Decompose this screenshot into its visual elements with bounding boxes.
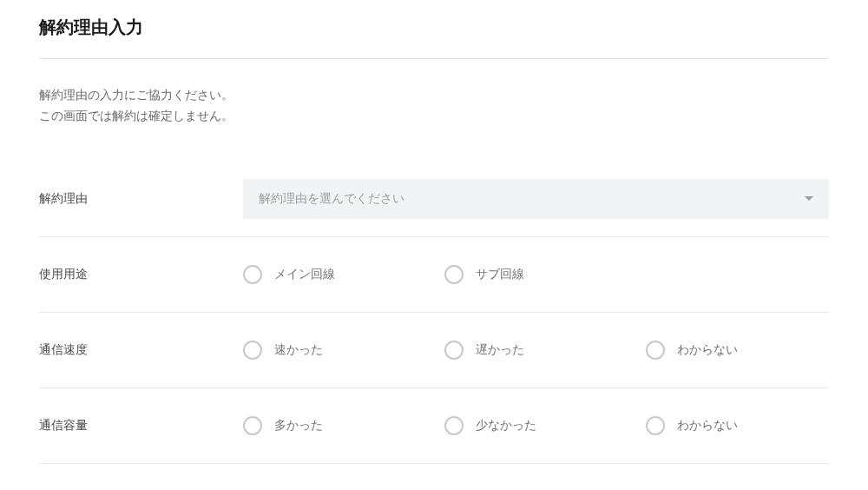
speed-option-fast-label: 速かった — [274, 342, 323, 358]
capacity-label: 通信容量 — [39, 418, 243, 434]
radio-icon — [444, 416, 464, 435]
capacity-option-little-label: 少なかった — [476, 418, 536, 434]
capacity-option-little[interactable]: 少なかった — [444, 416, 646, 435]
radio-icon — [646, 416, 665, 435]
description-block: 解約理由の入力にご協力ください。 この画面では解約は確定しません。 — [39, 85, 829, 127]
speed-option-slow-label: 遅かった — [476, 342, 524, 358]
radio-icon — [243, 416, 262, 435]
speed-option-slow[interactable]: 遅かった — [444, 341, 646, 360]
speed-option-unknown-label: わからない — [677, 342, 738, 358]
radio-icon — [243, 341, 262, 360]
capacity-radio-group: 多かった 少なかった わからない — [243, 416, 847, 435]
chevron-down-icon — [805, 196, 813, 201]
capacity-option-much-label: 多かった — [274, 418, 323, 434]
capacity-row: 通信容量 多かった 少なかった わからない — [39, 388, 829, 464]
usage-label: 使用用途 — [39, 267, 243, 282]
description-line-1: 解約理由の入力にご協力ください。 — [39, 85, 829, 106]
usage-row: 使用用途 メイン回線 サブ回線 — [39, 237, 829, 313]
reason-select-wrapper: 解約理由を選んでください — [243, 179, 829, 219]
capacity-option-unknown[interactable]: わからない — [646, 416, 847, 435]
usage-option-sub[interactable]: サブ回線 — [444, 265, 646, 284]
speed-option-fast[interactable]: 速かった — [243, 341, 444, 360]
radio-icon — [243, 265, 262, 284]
reason-select-placeholder: 解約理由を選んでください — [259, 191, 404, 207]
speed-option-unknown[interactable]: わからない — [646, 341, 847, 360]
description-line-2: この画面では解約は確定しません。 — [39, 106, 829, 127]
reason-select[interactable]: 解約理由を選んでください — [243, 179, 829, 219]
divider — [39, 58, 829, 59]
radio-icon — [444, 265, 464, 284]
speed-radio-group: 速かった 遅かった わからない — [243, 341, 847, 360]
usage-option-main[interactable]: メイン回線 — [243, 265, 444, 284]
page-title: 解約理由入力 — [39, 16, 829, 39]
radio-icon — [444, 341, 464, 360]
speed-row: 通信速度 速かった 遅かった わからない — [39, 313, 829, 388]
usage-option-sub-label: サブ回線 — [476, 267, 524, 282]
usage-radio-group: メイン回線 サブ回線 — [243, 265, 829, 284]
capacity-option-much[interactable]: 多かった — [243, 416, 444, 435]
capacity-option-unknown-label: わからない — [677, 418, 738, 434]
speed-label: 通信速度 — [39, 342, 243, 358]
reason-row: 解約理由 解約理由を選んでください — [39, 162, 829, 237]
radio-icon — [646, 341, 665, 360]
usage-option-main-label: メイン回線 — [274, 267, 335, 282]
reason-label: 解約理由 — [39, 191, 243, 207]
